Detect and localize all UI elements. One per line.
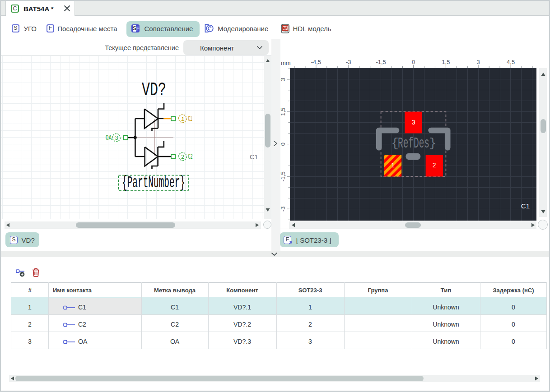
svg-text:C2: C2	[188, 153, 193, 161]
svg-text:-3: -3	[346, 59, 351, 65]
svg-text:C1: C1	[250, 153, 258, 161]
svg-text:3: 3	[115, 135, 118, 142]
svg-text:{PartNumber}: {PartNumber}	[122, 174, 185, 192]
svg-text:RefDes: RefDes	[398, 135, 429, 152]
svg-text:C1: C1	[188, 115, 192, 123]
svg-text:3: 3	[280, 78, 286, 81]
svg-text:3: 3	[412, 119, 415, 126]
svg-text:4,5: 4,5	[507, 59, 515, 65]
svg-text:-1,5: -1,5	[280, 171, 286, 181]
svg-text:0: 0	[412, 59, 415, 65]
svg-text:-4,5: -4,5	[311, 59, 321, 65]
svg-text:2: 2	[181, 154, 185, 161]
svg-text:3: 3	[477, 59, 480, 65]
svg-text:-3: -3	[280, 206, 286, 212]
svg-text:-1,5: -1,5	[376, 59, 386, 65]
svg-text:}: }	[429, 137, 436, 150]
svg-text:1: 1	[391, 161, 395, 169]
svg-text:0: 0	[280, 143, 286, 146]
svg-text:C1: C1	[521, 202, 530, 210]
svg-text:1: 1	[181, 116, 185, 123]
svg-text:1,5: 1,5	[280, 108, 286, 116]
svg-text:2: 2	[433, 161, 436, 169]
svg-text:OA: OA	[106, 134, 112, 142]
svg-text:VD?: VD?	[142, 79, 166, 101]
svg-text:mm: mm	[281, 60, 291, 66]
svg-text:1,5: 1,5	[442, 59, 450, 65]
